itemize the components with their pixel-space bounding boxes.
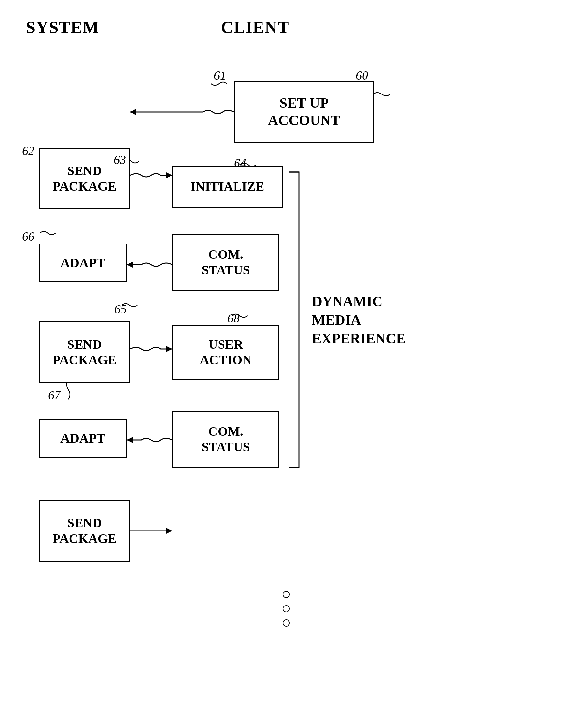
send-package-1-label: SENDPACKAGE: [52, 163, 116, 194]
user-action-label: USERACTION: [200, 337, 252, 368]
adapt-2-box: ADAPT: [39, 419, 127, 458]
ellipsis-dot-3: [282, 620, 290, 627]
ref-65: 65: [114, 302, 127, 316]
adapt-1-box: ADAPT: [39, 243, 127, 282]
ref-66: 66: [22, 229, 35, 243]
adapt-1-label: ADAPT: [60, 255, 105, 271]
com-status-2-box: COM.STATUS: [172, 411, 279, 468]
send-package-2-label: SENDPACKAGE: [52, 337, 116, 368]
ellipsis-dots: [282, 591, 290, 627]
initialize-label: INITIALIZE: [191, 179, 265, 194]
send-package-3-box: SENDPACKAGE: [39, 500, 130, 562]
ref-67: 67: [48, 388, 60, 402]
ellipsis-dot-1: [282, 591, 290, 598]
com-status-1-label: COM.STATUS: [202, 247, 250, 278]
svg-marker-1: [166, 172, 172, 178]
ref-64: 64: [234, 156, 246, 170]
user-action-box: USERACTION: [172, 325, 279, 380]
send-package-2-box: SENDPACKAGE: [39, 321, 130, 383]
com-status-2-label: COM.STATUS: [202, 424, 250, 455]
com-status-1-box: COM.STATUS: [172, 234, 279, 290]
svg-marker-2: [127, 261, 133, 268]
ref-61: 61: [214, 68, 226, 83]
set-up-account-label: SET UPACCOUNT: [268, 95, 340, 129]
svg-marker-5: [166, 527, 172, 534]
svg-marker-0: [130, 109, 136, 115]
initialize-box: INITIALIZE: [172, 166, 282, 208]
set-up-account-box: SET UPACCOUNT: [234, 81, 374, 143]
svg-marker-4: [127, 437, 133, 443]
diagram: SYSTEM CLIENT: [0, 0, 588, 712]
send-package-3-label: SENDPACKAGE: [52, 515, 116, 546]
dme-label: DYNAMICMEDIAEXPERIENCE: [312, 292, 406, 348]
adapt-2-label: ADAPT: [60, 431, 105, 446]
ref-60: 60: [356, 68, 368, 83]
svg-marker-3: [166, 346, 172, 352]
ref-62: 62: [22, 144, 35, 158]
ref-68: 68: [227, 311, 240, 325]
ellipsis-dot-2: [282, 605, 290, 612]
ref-63: 63: [114, 153, 126, 167]
